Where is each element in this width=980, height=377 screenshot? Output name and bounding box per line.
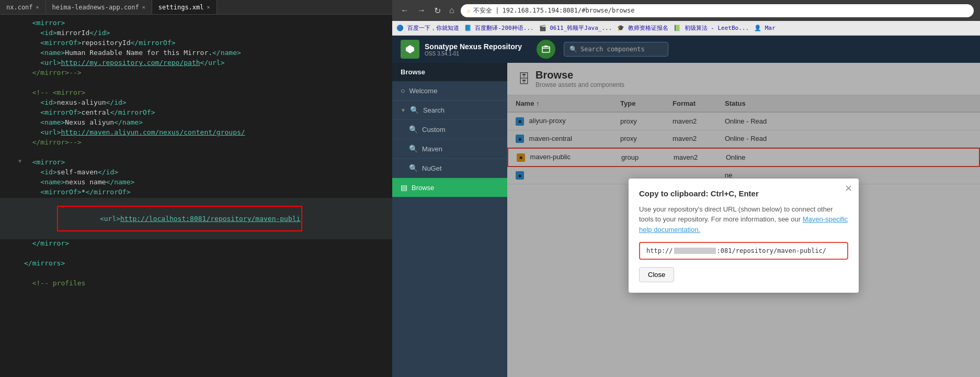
code-area: <mirror> <id>mirrorId</id> <mirrorOf>rep… — [0, 15, 392, 377]
home-button[interactable]: ⌂ — [447, 5, 457, 16]
bookmark-translate[interactable]: 📘 百度翻译-200种语... — [464, 24, 534, 32]
code-line: <name>Nexus aliyun</name> — [0, 118, 392, 128]
sidebar-item-welcome[interactable]: ○ Welcome — [392, 81, 507, 101]
sidebar-label: Welcome — [409, 87, 437, 95]
search-icon: 🔍 — [409, 164, 418, 172]
bookmarks-bar: 🔵 百度一下，你就知道 📘 百度翻译-200种语... 🎬 0611_韩顺平Ja… — [392, 21, 980, 36]
browse-icon: ▤ — [401, 183, 407, 192]
svg-rect-3 — [544, 46, 548, 47]
dialog-close-button[interactable]: ✕ — [845, 183, 852, 194]
nexus-main: 🗄 Browse Browse assets and components Na… — [507, 63, 980, 377]
sidebar-item-custom[interactable]: 🔍 Custom — [392, 120, 507, 139]
code-line: <!-- profiles — [0, 279, 392, 289]
search-icon: 🔍 — [410, 106, 419, 114]
separator: | — [495, 7, 499, 14]
code-line: </mirror>--> — [0, 69, 392, 79]
sidebar-item-browse[interactable]: ▤ Browse — [392, 178, 507, 197]
nexus-header-icons — [537, 40, 555, 59]
nexus-logo: Sonatype Nexus Repository OSS 3.54.1-01 — [401, 40, 522, 59]
sidebar-item-maven[interactable]: 🔍 Maven — [392, 139, 507, 159]
search-icon: 🔍 — [409, 125, 418, 134]
code-line: <id>nexus-aliyun</id> — [0, 98, 392, 108]
code-line: </mirrors> — [0, 259, 392, 269]
code-line — [0, 249, 392, 259]
close-icon[interactable]: ✕ — [36, 4, 39, 10]
tab-heima-conf[interactable]: heima-leadnews-app.conf ✕ — [46, 0, 152, 14]
code-line — [0, 269, 392, 279]
sidebar-label: Custom — [422, 126, 446, 134]
nexus-sidebar: Browse ○ Welcome ▼ 🔍 Search 🔍 Custom 🔍 M — [392, 63, 507, 377]
bookmark-java[interactable]: 🎬 0611_韩顺平Java_... — [539, 24, 612, 32]
bookmark-mar[interactable]: 👤 Mar — [754, 25, 776, 31]
nexus-logo-text: Sonatype Nexus Repository OSS 3.54.1-01 — [425, 42, 522, 57]
dialog-title: Copy to clipboard: Ctrl+C, Enter — [639, 189, 848, 198]
search-placeholder: Search components — [580, 46, 645, 53]
code-line: <mirrorOf>*</mirrorOf> — [0, 188, 392, 198]
nexus-body: Browse ○ Welcome ▼ 🔍 Search 🔍 Custom 🔍 M — [392, 63, 980, 377]
address-bar: ⚠ 不安全 | 192.168.175.194:8081/#browse/bro… — [461, 4, 974, 17]
sidebar-label: Maven — [422, 145, 442, 153]
forward-button[interactable]: → — [415, 5, 428, 16]
code-line: <id>mirrorId</id> — [0, 29, 392, 39]
svg-marker-0 — [406, 45, 414, 53]
url-blurred — [674, 248, 716, 254]
dialog-url-box: http:// :081/repository/maven-public/ — [639, 242, 848, 260]
nexus-logo-icon — [401, 40, 419, 59]
nexus-app: Sonatype Nexus Repository OSS 3.54.1-01 … — [392, 36, 980, 377]
nexus-title: Sonatype Nexus Repository — [425, 42, 522, 51]
editor-panel: nx.conf ✕ heima-leadnews-app.conf ✕ sett… — [0, 0, 392, 377]
nexus-subtitle: OSS 3.54.1-01 — [425, 51, 522, 57]
code-line — [0, 148, 392, 158]
code-line: <name>nexus name</name> — [0, 178, 392, 188]
reload-button[interactable]: ↻ — [432, 5, 443, 17]
tab-label: heima-leadnews-app.conf — [52, 4, 139, 11]
tab-label: settings.xml — [158, 4, 204, 11]
code-line: <mirrorOf>central</mirrorOf> — [0, 108, 392, 118]
sidebar-label: Search — [423, 106, 445, 114]
dialog-body: Use your repository's direct URL (shown … — [639, 204, 848, 235]
browser-bar: ← → ↻ ⌂ ⚠ 不安全 | 192.168.175.194:8081/#br… — [392, 0, 980, 21]
code-line: ▼ <mirror> — [0, 158, 392, 168]
search-icon: 🔍 — [569, 46, 577, 53]
svg-rect-1 — [542, 47, 550, 52]
tab-label: nx.conf — [6, 4, 33, 11]
chevron-down-icon: ▼ — [401, 107, 406, 113]
dialog-overlay: ✕ Copy to clipboard: Ctrl+C, Enter Use y… — [507, 63, 980, 377]
code-line: <name>Human Readable Name for this Mirro… — [0, 49, 392, 59]
welcome-icon: ○ — [401, 86, 405, 95]
dialog-box: ✕ Copy to clipboard: Ctrl+C, Enter Use y… — [629, 179, 859, 293]
sidebar-section-header: Browse — [392, 63, 507, 81]
url-text: 192.168.175.194:8081/#browse/browse — [503, 7, 635, 14]
dialog-close-btn[interactable]: Close — [639, 267, 674, 282]
nexus-box-icon[interactable] — [537, 40, 555, 59]
bookmark-leetcode[interactable]: 📗 初级算法 - LeetBo... — [674, 24, 749, 32]
code-line: <!-- <mirror> — [0, 88, 392, 98]
search-components-box[interactable]: 🔍 Search components — [564, 42, 668, 57]
sidebar-label: NuGet — [422, 164, 442, 172]
code-line: <mirrorOf>repositoryId</mirrorOf> — [0, 39, 392, 49]
code-line: <url>http://maven.aliyun.com/nexus/conte… — [0, 128, 392, 138]
url-prefix: http:// — [646, 247, 673, 254]
tab-settings-xml[interactable]: settings.xml ✕ — [152, 0, 217, 14]
nexus-panel: ← → ↻ ⌂ ⚠ 不安全 | 192.168.175.194:8081/#br… — [392, 0, 980, 377]
bookmark-teacher[interactable]: 🎓 教师资格证报名 — [617, 24, 668, 32]
bookmark-baidu[interactable]: 🔵 百度一下，你就知道 — [396, 24, 459, 32]
nexus-header: Sonatype Nexus Repository OSS 3.54.1-01 … — [392, 36, 980, 63]
tabs-bar: nx.conf ✕ heima-leadnews-app.conf ✕ sett… — [0, 0, 392, 15]
tab-nx-conf[interactable]: nx.conf ✕ — [0, 0, 46, 14]
code-line: </mirror>--> — [0, 138, 392, 148]
url-suffix: :081/repository/maven-public/ — [717, 247, 827, 254]
sidebar-item-search[interactable]: ▼ 🔍 Search — [392, 101, 507, 120]
code-line: <mirror> — [0, 19, 392, 29]
code-line: <id>self-maven</id> — [0, 168, 392, 178]
close-icon[interactable]: ✕ — [142, 4, 145, 10]
close-icon[interactable]: ✕ — [207, 4, 210, 10]
code-line: </mirror> — [0, 239, 392, 249]
back-button[interactable]: ← — [398, 5, 411, 16]
fold-icon[interactable]: ▼ — [16, 158, 24, 164]
search-icon: 🔍 — [409, 145, 418, 153]
sidebar-item-nuget[interactable]: 🔍 NuGet — [392, 159, 507, 178]
security-icon: ⚠ — [467, 7, 471, 14]
code-line: <url>http://my.repository.com/repo/path<… — [0, 59, 392, 69]
sidebar-label: Browse — [412, 184, 434, 192]
